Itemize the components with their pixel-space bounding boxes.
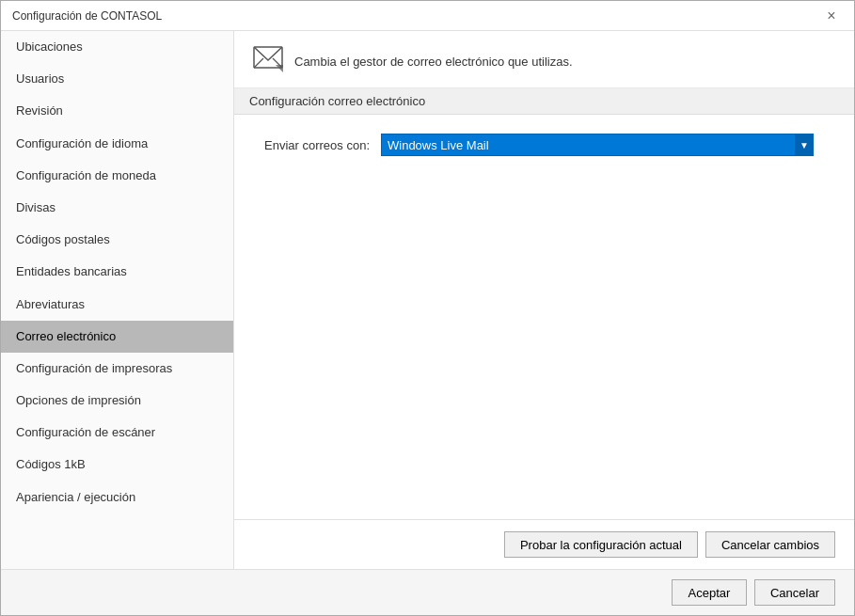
sidebar-item-config-moneda[interactable]: Configuración de moneda [1,160,233,192]
accept-button[interactable]: Aceptar [672,579,747,606]
send-email-label: Enviar correos con: [257,138,370,152]
dialog-window: Configuración de CONTASOL × UbicacionesU… [0,0,855,616]
content-area: UbicacionesUsuariosRevisiónConfiguración… [1,31,854,569]
sidebar-item-apariencia[interactable]: Apariencia / ejecución [1,482,233,513]
sidebar-item-codigos-1kb[interactable]: Códigos 1kB [1,449,233,481]
sidebar-item-revision[interactable]: Revisión [1,95,233,127]
header-description: Cambia el gestor de correo electrónico q… [294,55,573,69]
sidebar-item-ubicaciones[interactable]: Ubicaciones [1,31,233,63]
svg-line-1 [254,58,263,68]
close-button[interactable]: × [820,5,843,27]
sidebar-item-config-escaner[interactable]: Configuración de escáner [1,417,233,449]
form-area: Enviar correos con: Windows Live Mail Ou… [234,115,854,186]
main-header: Cambia el gestor de correo electrónico q… [234,31,854,88]
dialog-title: Configuración de CONTASOL [12,9,162,23]
sidebar-item-opciones-impresion[interactable]: Opciones de impresión [1,385,233,417]
svg-marker-3 [276,65,283,72]
dialog-footer: Aceptar Cancelar [1,569,854,615]
email-client-select[interactable]: Windows Live Mail Outlook Thunderbird Ot… [381,134,814,156]
title-bar: Configuración de CONTASOL × [1,1,854,31]
test-config-button[interactable]: Probar la configuración actual [504,531,698,558]
sidebar-item-config-idioma[interactable]: Configuración de idioma [1,128,233,160]
panel-footer: Probar la configuración actual Cancelar … [234,519,854,569]
sidebar-item-codigos-postales[interactable]: Códigos postales [1,224,233,256]
sidebar-item-entidades-bancarias[interactable]: Entidades bancarias [1,256,233,288]
mail-icon [253,46,283,76]
send-email-row: Enviar correos con: Windows Live Mail Ou… [257,134,831,156]
sidebar-item-usuarios[interactable]: Usuarios [1,63,233,95]
section-title: Configuración correo electrónico [234,88,854,115]
sidebar-item-divisas[interactable]: Divisas [1,192,233,224]
sidebar-item-correo-electronico[interactable]: Correo electrónico [1,321,233,353]
sidebar: UbicacionesUsuariosRevisiónConfiguración… [1,31,234,569]
email-client-select-wrapper: Windows Live Mail Outlook Thunderbird Ot… [381,134,814,156]
cancel-button[interactable]: Cancelar [754,579,835,606]
cancel-changes-button[interactable]: Cancelar cambios [705,531,835,558]
sidebar-item-abreviaturas[interactable]: Abreviaturas [1,289,233,321]
main-panel: Cambia el gestor de correo electrónico q… [234,31,854,569]
sidebar-item-config-impresoras[interactable]: Configuración de impresoras [1,353,233,385]
